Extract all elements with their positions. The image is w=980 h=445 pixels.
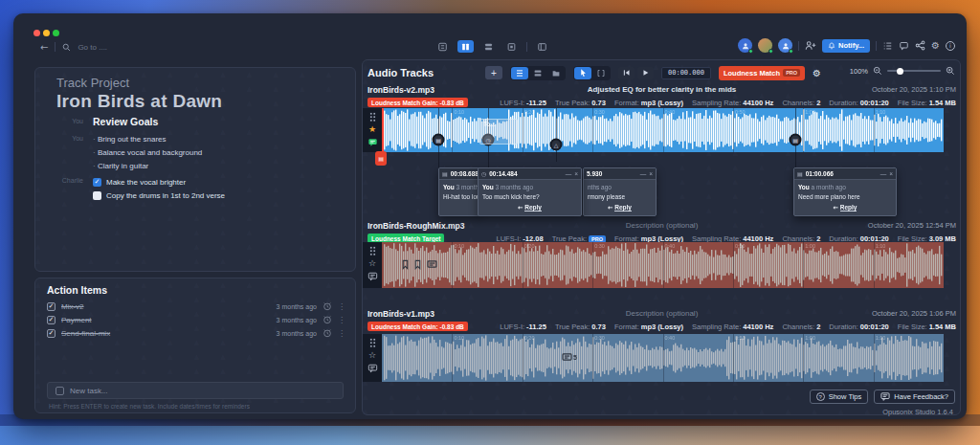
favorite-star-icon[interactable]: ★ (368, 125, 376, 134)
loudness-match-button[interactable]: Loudness Match PRO (719, 66, 805, 80)
action-item-time: 3 months ago (277, 303, 317, 310)
popup-minimize-button[interactable]: — (640, 170, 647, 177)
waveform-comment-icon[interactable]: 5 (562, 353, 577, 362)
goto-input[interactable] (78, 43, 145, 52)
feedback-button[interactable]: Have Feedback? (874, 389, 955, 404)
stat-label: Duration: (829, 323, 858, 331)
action-item-checkbox[interactable]: ✓ (47, 329, 56, 338)
comments-button[interactable] (899, 41, 909, 51)
activity-log-button[interactable] (882, 41, 893, 51)
popup-header: ▤ 01:00.066 — × (794, 168, 896, 180)
bookmark-icon[interactable] (401, 259, 410, 270)
popup-minimize-button[interactable]: — (566, 170, 572, 177)
play-button[interactable] (637, 67, 654, 79)
kebab-menu-icon[interactable]: ⋮ (338, 316, 345, 324)
back-button[interactable]: ← (40, 42, 48, 53)
clock-icon: ◷ (481, 170, 486, 177)
zoom-out-icon[interactable] (873, 66, 882, 76)
bookmark-icon[interactable] (413, 259, 422, 270)
reminder-clock-icon[interactable] (323, 315, 332, 324)
layout-list-button[interactable] (434, 40, 451, 53)
reminder-clock-icon[interactable] (323, 301, 332, 311)
track-view-list-button[interactable] (511, 67, 528, 79)
info-icon[interactable]: i (946, 41, 955, 51)
reply-button[interactable]: ← Reply (794, 204, 896, 211)
share-icon[interactable] (915, 40, 925, 51)
comment-marker-icon[interactable]: ▤ (790, 134, 802, 146)
waveform-track-1[interactable]: 0:100:200:300:400:501:001:10 ▤ ◷ △ ▤ To.… (382, 108, 944, 152)
comment-bubble-icon[interactable] (368, 364, 378, 373)
settings-gear-icon[interactable]: ⚙ (931, 40, 940, 51)
layout-single-button[interactable] (503, 40, 520, 53)
zoom-in-icon[interactable] (946, 66, 955, 76)
popup-close-button[interactable]: × (649, 170, 653, 177)
skip-back-button[interactable] (618, 67, 635, 79)
reminder-clock-icon[interactable] (323, 328, 332, 338)
traffic-light-close[interactable] (33, 30, 40, 36)
favorite-star-icon[interactable]: ☆ (368, 259, 376, 268)
favorite-star-icon[interactable]: ☆ (368, 351, 376, 360)
track-view-rows-button[interactable] (529, 67, 546, 79)
playhead-pin-icon[interactable]: ▤ (375, 151, 387, 166)
drag-handle-icon[interactable] (369, 338, 376, 347)
comment-popup: ◷ 00:14.484 — × You 3 months ago Too muc… (478, 167, 582, 216)
drag-handle-icon[interactable] (369, 246, 376, 256)
comment-bubble-icon[interactable] (368, 138, 378, 147)
selection-tool-button[interactable] (592, 67, 610, 79)
waveform-canvas[interactable] (382, 242, 944, 288)
waveform-track-2[interactable]: 0:100:200:300:400:501:001:10 (382, 242, 944, 288)
traffic-light-zoom[interactable] (53, 30, 59, 36)
waveform-canvas[interactable] (382, 334, 944, 382)
avatar[interactable] (778, 38, 792, 53)
goal-checkbox-checked[interactable]: ✓ (93, 178, 101, 187)
notify-button[interactable]: Notify... (822, 39, 870, 53)
track-description[interactable]: Description (optional) (368, 309, 956, 318)
popup-timestamp: a month ago (812, 184, 846, 190)
popup-author: You (482, 184, 494, 190)
new-task-checkbox[interactable] (56, 387, 64, 395)
section-marker-icon[interactable]: △ (550, 139, 563, 151)
popup-close-button[interactable]: × (574, 170, 578, 177)
comment-bubble-icon[interactable] (368, 272, 378, 281)
avatar[interactable] (758, 38, 772, 53)
zoom-slider[interactable] (887, 70, 941, 72)
wallpaper-bottom-band (0, 426, 980, 445)
action-item-checkbox[interactable]: ✓ (47, 302, 56, 311)
playhead[interactable] (382, 108, 384, 152)
layout-columns-button[interactable] (457, 40, 474, 53)
drag-handle-icon[interactable] (369, 112, 376, 122)
layout-sidebar-button[interactable] (534, 40, 550, 53)
pro-badge: PRO (783, 69, 800, 77)
popup-minimize-button[interactable]: — (880, 170, 887, 177)
popup-header: 5.930 — × (584, 168, 656, 180)
cursor-tool-button[interactable] (574, 67, 591, 79)
waveform-track-3[interactable]: 0:100:200:300:400:501:001:10 5 (382, 334, 944, 382)
action-item-checkbox[interactable]: ✓ (47, 316, 56, 324)
track-description[interactable]: Adjusted EQ for better clarity in the mi… (368, 85, 956, 94)
avatar[interactable] (738, 38, 752, 53)
add-track-button[interactable]: + (485, 66, 502, 79)
audio-tracks-panel: ▲ ▲ ▲ ▲ ▲ ▲ ▲ ▲ ▲ ▲ ▲ ▲ ▲ ▲ ▲ ▲ ▲ ▲ ▲ ▲ … (362, 59, 961, 415)
reply-button[interactable]: ← Reply (584, 204, 656, 211)
waveform-comment-icon[interactable] (427, 260, 437, 269)
stat-value: 1.54 MB (929, 323, 956, 331)
reply-button[interactable]: ← Reply (479, 204, 581, 211)
layout-rows-button[interactable] (480, 40, 497, 53)
stat-label: File Size: (898, 323, 927, 331)
transport-group (618, 67, 654, 79)
track-settings-gear-icon[interactable]: ⚙ (813, 68, 821, 78)
kebab-menu-icon[interactable]: ⋮ (338, 302, 345, 311)
divider (876, 41, 877, 51)
kebab-menu-icon[interactable]: ⋮ (338, 329, 345, 338)
popup-close-button[interactable]: × (889, 170, 893, 177)
show-tips-button[interactable]: ? Show Tips (810, 389, 869, 404)
new-task-input[interactable] (70, 387, 335, 395)
traffic-light-minimize[interactable] (43, 30, 50, 36)
zoom-slider-knob[interactable] (897, 68, 903, 75)
comment-popup: 5.930 — × nths ago rmony please ← Reply (583, 167, 657, 216)
waveform-canvas[interactable] (382, 108, 944, 152)
goal-checkbox-unchecked[interactable] (93, 191, 101, 200)
track-view-folder-button[interactable] (547, 67, 565, 79)
comment-marker-icon[interactable]: ▤ (433, 134, 445, 146)
add-collaborator-button[interactable] (805, 40, 816, 51)
